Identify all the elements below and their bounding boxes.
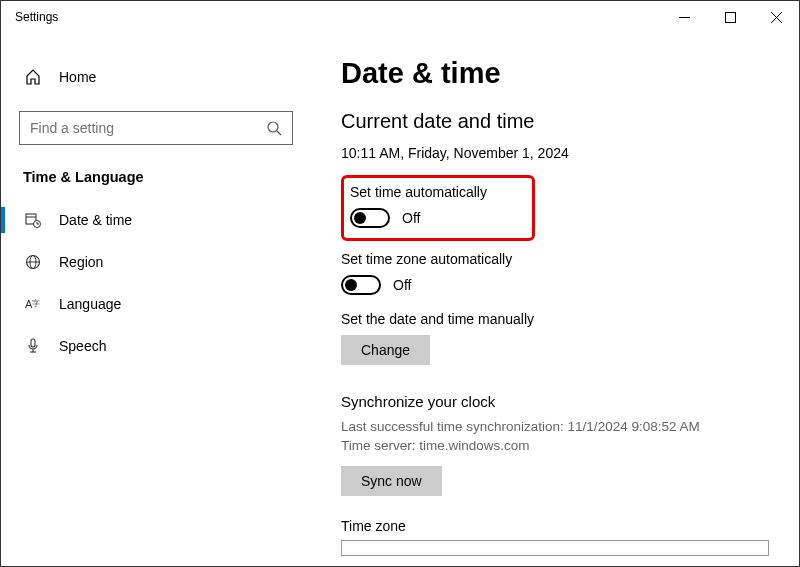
titlebar: Settings	[1, 1, 799, 33]
close-button[interactable]	[753, 1, 799, 33]
content-area: Home Time & Language Date & time	[1, 33, 799, 566]
search-box[interactable]	[19, 111, 293, 145]
sync-server-line: Time server: time.windows.com	[341, 437, 769, 456]
sync-details: Last successful time synchronization: 11…	[341, 418, 769, 456]
nav-list: Date & time Region A字 Language	[1, 199, 311, 367]
toggle-knob	[354, 212, 366, 224]
page-title: Date & time	[341, 57, 769, 90]
sidebar-section-header: Time & Language	[1, 145, 311, 199]
svg-text:字: 字	[32, 299, 40, 308]
calendar-clock-icon	[23, 212, 43, 228]
current-datetime-heading: Current date and time	[341, 110, 769, 133]
globe-icon	[23, 254, 43, 270]
set-time-auto-toggle[interactable]	[350, 208, 390, 228]
set-tz-auto-label: Set time zone automatically	[341, 251, 769, 267]
settings-window: Settings Home	[0, 0, 800, 567]
current-datetime-value: 10:11 AM, Friday, November 1, 2024	[341, 145, 769, 161]
sync-heading: Synchronize your clock	[341, 393, 769, 410]
maximize-button[interactable]	[707, 1, 753, 33]
sidebar-item-label: Speech	[59, 338, 106, 354]
highlight-annotation: Set time automatically Off	[341, 175, 535, 241]
sync-section: Synchronize your clock Last successful t…	[341, 393, 769, 496]
sync-last-line: Last successful time synchronization: 11…	[341, 418, 769, 437]
svg-rect-16	[31, 339, 35, 347]
home-icon	[23, 69, 43, 85]
search-input[interactable]	[30, 120, 267, 136]
sidebar-item-label: Region	[59, 254, 103, 270]
search-icon	[267, 121, 282, 136]
sidebar-item-label: Language	[59, 296, 121, 312]
manual-block: Set the date and time manually Change	[341, 311, 769, 365]
change-button[interactable]: Change	[341, 335, 430, 365]
set-tz-auto-block: Set time zone automatically Off	[341, 251, 769, 295]
main-panel: Date & time Current date and time 10:11 …	[311, 33, 799, 566]
sidebar-item-label: Date & time	[59, 212, 132, 228]
set-tz-auto-toggle[interactable]	[341, 275, 381, 295]
window-controls	[661, 1, 799, 33]
microphone-icon	[23, 338, 43, 354]
home-label: Home	[59, 69, 96, 85]
svg-line-5	[277, 131, 281, 135]
set-time-auto-toggle-row: Off	[350, 208, 522, 228]
timezone-label: Time zone	[341, 518, 769, 534]
timezone-select[interactable]	[341, 540, 769, 556]
home-nav[interactable]: Home	[1, 57, 311, 97]
set-tz-auto-state: Off	[393, 277, 411, 293]
minimize-button[interactable]	[661, 1, 707, 33]
sidebar-item-date-time[interactable]: Date & time	[1, 199, 311, 241]
toggle-knob	[345, 279, 357, 291]
sidebar-item-region[interactable]: Region	[1, 241, 311, 283]
language-icon: A字	[23, 296, 43, 312]
sidebar-item-language[interactable]: A字 Language	[1, 283, 311, 325]
sidebar-item-speech[interactable]: Speech	[1, 325, 311, 367]
sidebar: Home Time & Language Date & time	[1, 33, 311, 566]
svg-point-4	[268, 122, 278, 132]
svg-rect-1	[725, 12, 735, 22]
window-title: Settings	[15, 10, 661, 24]
set-tz-auto-toggle-row: Off	[341, 275, 769, 295]
sync-now-button[interactable]: Sync now	[341, 466, 442, 496]
set-time-auto-label: Set time automatically	[350, 184, 522, 200]
set-time-auto-state: Off	[402, 210, 420, 226]
manual-label: Set the date and time manually	[341, 311, 769, 327]
